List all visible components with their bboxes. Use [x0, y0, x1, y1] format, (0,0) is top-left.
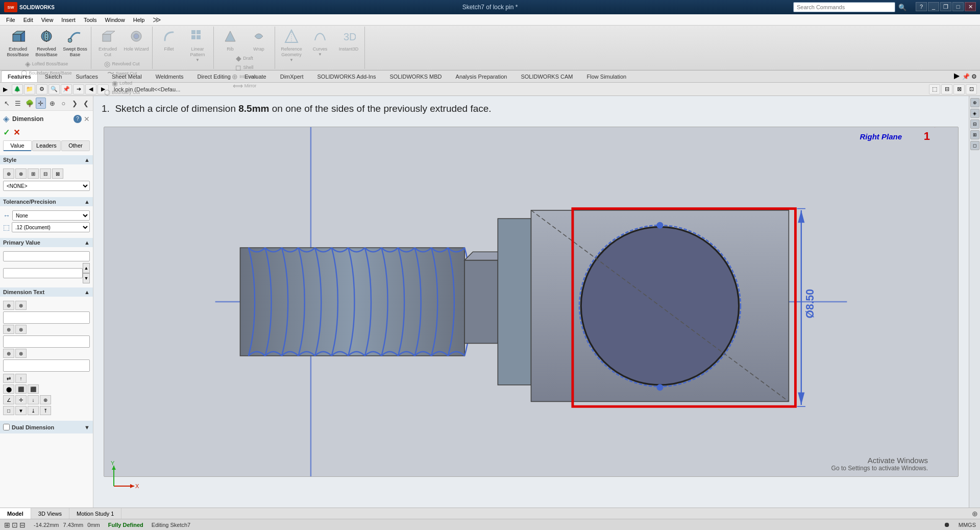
style-select[interactable]: <NONE>	[3, 181, 90, 191]
dim-text-section-header[interactable]: Dimension Text ▲	[0, 287, 93, 297]
fmt-dropdown[interactable]: ▼	[15, 406, 27, 415]
list-btn[interactable]: ☰	[13, 98, 23, 109]
bottom-add-icon[interactable]: ⊕	[972, 510, 978, 518]
collapse-arrow[interactable]: ▶	[3, 86, 8, 93]
close-panel-icon[interactable]: ✕	[84, 115, 90, 123]
fmt-btn-crosshair[interactable]: ✛	[15, 395, 27, 404]
style-icon-2[interactable]: ⊗	[15, 168, 27, 179]
tree-icon[interactable]: 🌲	[12, 84, 23, 94]
style-icon-4[interactable]: ⊟	[40, 168, 51, 179]
rp-btn-4[interactable]: ⊞	[970, 130, 979, 139]
fmt-btn-plus[interactable]: ↑	[15, 374, 27, 383]
extruded-cut-button[interactable]: Extruded Cut	[94, 28, 121, 59]
plus-btn[interactable]: ✛	[36, 98, 46, 109]
titlebar-controls[interactable]: 🔍 ? _ ❐ □ ✕	[793, 2, 976, 12]
tab-settings-icon[interactable]: ⚙	[971, 73, 977, 80]
menu-view[interactable]: View	[37, 16, 58, 24]
dim-icon-5[interactable]: ⊕	[3, 349, 14, 358]
content-area[interactable]: 1. Sketch a circle of dimension 8.5mm on…	[93, 96, 969, 508]
tree-btn[interactable]: 🌳	[24, 98, 34, 109]
fmt-btn-target[interactable]: ⊕	[40, 395, 51, 404]
fmt-btn-angle[interactable]: ∠	[3, 395, 14, 404]
intersect-button[interactable]: ⊕ Intersect	[230, 72, 259, 81]
revolved-cut-button[interactable]: ◎ Revolved Cut	[103, 59, 141, 68]
style-icon-3[interactable]: ⊞	[28, 168, 39, 179]
confirm-check[interactable]: ✓	[3, 128, 10, 137]
tab-sw-cam[interactable]: SOLIDWORKS CAM	[514, 70, 579, 82]
fmt-btn-down2[interactable]: ⤓	[28, 406, 39, 415]
rp-btn-3[interactable]: ⊟	[970, 119, 979, 129]
style-icon-1[interactable]: ⊕	[3, 168, 14, 179]
menu-edit[interactable]: Edit	[19, 16, 37, 24]
sub-tab-leaders[interactable]: Leaders	[32, 140, 61, 151]
cancel-x[interactable]: ✕	[13, 128, 20, 137]
curves-button[interactable]: Curves ▼	[306, 28, 334, 58]
dim-icon-4[interactable]: ⊗	[15, 325, 27, 334]
bottom-tab-motion[interactable]: Motion Study 1	[69, 508, 121, 519]
tab-analysis[interactable]: Analysis Preparation	[449, 70, 514, 82]
dim-icon-1[interactable]: ⊕	[3, 301, 14, 310]
value-down-btn[interactable]: ▼	[83, 273, 90, 283]
search-small-icon[interactable]: 🔍	[48, 84, 60, 94]
view-btn-2[interactable]: ⊟	[941, 84, 952, 94]
extruded-boss-button[interactable]: Extruded Boss/Base	[4, 28, 32, 59]
dim-text-input-3[interactable]	[3, 359, 90, 372]
help-icon[interactable]: ?	[74, 115, 82, 123]
rp-btn-5[interactable]: ◻	[970, 141, 979, 150]
help-button[interactable]: ?	[916, 2, 927, 11]
maximize-button[interactable]: □	[952, 2, 964, 11]
instant3d-button[interactable]: 3D Instant3D	[335, 28, 362, 54]
ref-geometry-arrow[interactable]: ▼	[289, 58, 293, 63]
tab-flow-sim[interactable]: Flow Simulation	[580, 70, 633, 82]
ref-geometry-button[interactable]: Reference Geometry ▼	[278, 28, 305, 64]
dimension-value-input[interactable]: 8.50mm	[3, 268, 83, 278]
swept-cut-button[interactable]: 〜 Swept Cut	[106, 68, 139, 79]
view-btn-1[interactable]: ⬚	[929, 84, 940, 94]
circle-btn[interactable]: ○	[58, 98, 68, 109]
arrow-tool-btn[interactable]: ↖	[2, 98, 12, 109]
tab-expand-icon[interactable]: ⯈	[953, 73, 961, 81]
arrow-icon[interactable]: ➔	[73, 84, 84, 94]
close-button[interactable]: ✕	[965, 2, 976, 11]
tab-weldments[interactable]: Weldments	[149, 70, 190, 82]
fmt-btn-box[interactable]: □	[3, 406, 14, 415]
sub-tab-other[interactable]: Other	[61, 140, 90, 151]
view-btn-4[interactable]: ⊡	[966, 84, 977, 94]
revolved-boss-button[interactable]: Revolved Boss/Base	[33, 28, 60, 59]
target-btn[interactable]: ⊕	[47, 98, 57, 109]
fmt-btn-down[interactable]: ↓	[28, 395, 39, 404]
viewport[interactable]: Ø8.50 Right Plane 1	[104, 127, 959, 477]
primary-value-section-header[interactable]: Primary Value ▲	[0, 238, 93, 247]
rib-button[interactable]: Rib	[216, 28, 244, 54]
dual-dim-section-header[interactable]: Dual Dimension ▼	[0, 421, 93, 433]
boundary-cut-button[interactable]: ⬡ Boundary Cut	[103, 88, 141, 97]
dim-text-input-2[interactable]	[3, 335, 90, 348]
dim-icon-2[interactable]: ⊗	[15, 301, 27, 310]
style-section-header[interactable]: Style ▲	[0, 155, 93, 164]
restore-button[interactable]: ❐	[940, 2, 951, 11]
draft-button[interactable]: ◆ Draft	[234, 54, 255, 63]
precision-select[interactable]: .12 (Document)	[12, 222, 90, 232]
linear-pattern-button[interactable]: Linear Pattern ▼	[184, 28, 211, 64]
menu-help[interactable]: Help	[129, 16, 149, 24]
tab-dimxpert[interactable]: DimXpert	[274, 70, 310, 82]
dim-icon-3[interactable]: ⊕	[3, 325, 14, 334]
fmt-btn-up2[interactable]: ⤒	[40, 406, 51, 415]
fmt-align-right[interactable]: ⬛	[28, 384, 39, 394]
back-panel-btn[interactable]: ❮	[81, 98, 91, 109]
value-up-btn[interactable]: ▲	[83, 263, 90, 273]
expand-icon[interactable]: ≫	[153, 15, 161, 25]
lofted-cut-button[interactable]: ◉ Lofted	[110, 79, 134, 88]
back-icon[interactable]: ◀	[85, 84, 96, 94]
fmt-btn-swap[interactable]: ⇄	[3, 374, 14, 383]
filter-icon[interactable]: ⚙	[36, 84, 47, 94]
tab-sw-mbd[interactable]: SOLIDWORKS MBD	[383, 70, 448, 82]
shell-button[interactable]: ◻ Shell	[234, 63, 255, 72]
linear-pattern-arrow[interactable]: ▼	[195, 58, 200, 63]
tab-sw-addins[interactable]: SOLIDWORKS Add-Ins	[311, 70, 383, 82]
lofted-boss-button[interactable]: ◈ Lofted Boss/Base	[23, 59, 70, 68]
bottom-tab-model[interactable]: Model	[0, 508, 31, 519]
rp-btn-1[interactable]: ⊕	[970, 98, 979, 107]
menu-file[interactable]: File	[2, 16, 19, 24]
tab-surfaces[interactable]: Surfaces	[69, 70, 105, 82]
